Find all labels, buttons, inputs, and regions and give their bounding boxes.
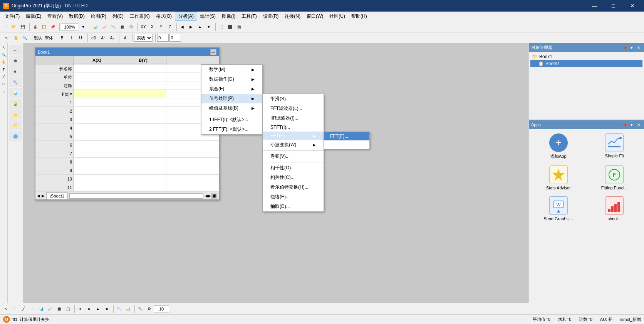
btb-3[interactable]: ╱ [19, 305, 28, 313]
menu-stats[interactable]: 统计(S) [197, 12, 219, 21]
maximize-button[interactable]: □ [605, 0, 622, 12]
lsb-btn-5[interactable]: 📊 [9, 88, 22, 98]
tb-graph1[interactable]: 📊 [91, 23, 100, 31]
btb-6[interactable]: 📈 [46, 305, 54, 313]
menu-help[interactable]: 帮助(H) [348, 12, 370, 21]
tb2-bold[interactable]: B [58, 34, 66, 42]
cell-a-9[interactable] [74, 166, 120, 174]
ltb-rect[interactable]: □ [0, 81, 7, 88]
menu-data[interactable]: 数据(D) [66, 12, 88, 21]
lsb-btn-4[interactable]: 🔧 [9, 77, 22, 87]
scroll-right[interactable]: ▶ [40, 194, 46, 198]
sm-decimate[interactable]: 抽取(D)... [263, 202, 324, 211]
line-width-input[interactable] [157, 34, 169, 42]
btb-8[interactable]: ⬚ [64, 305, 72, 313]
cell-b-comment[interactable] [120, 81, 166, 89]
tb-open[interactable]: 📂 [10, 23, 18, 31]
apps-close[interactable]: ✕ [636, 122, 642, 128]
lsb-btn-6[interactable]: 🔒 [9, 99, 22, 109]
sheet-col-a[interactable]: A(X) [74, 56, 120, 64]
tree-book1[interactable]: 📁 Book1 [530, 53, 642, 60]
ltb-zoom[interactable]: 🔍 [0, 51, 7, 58]
cell-b-11[interactable] [120, 183, 166, 191]
menu-image[interactable]: 图像(I) [219, 12, 238, 21]
ltb-text[interactable]: T [0, 66, 7, 73]
cell-a-2[interactable] [74, 107, 120, 115]
menu-community[interactable]: 社区(U) [326, 12, 348, 21]
sheet-col-b[interactable]: B(Y) [120, 56, 166, 64]
tb-arrow4[interactable]: ▼ [205, 23, 213, 31]
scroll-hbar-r[interactable]: ▶ [208, 194, 211, 198]
menu-ifft-recent[interactable]: 1 IFFT(I): <默认>... [201, 115, 262, 125]
cell-a-unit[interactable] [74, 73, 120, 81]
tb-graph2[interactable]: 📈 [100, 23, 109, 31]
lsb-btn-1[interactable]: ↔ [9, 45, 22, 55]
btb-graph1[interactable]: 📉 [115, 305, 123, 313]
tb2-italic[interactable]: I [67, 34, 75, 42]
sm-fft[interactable]: FFT(F) ▶ FFT(F)... IFFT(I)... [263, 132, 324, 140]
menu-connect[interactable]: 连接(N) [282, 12, 304, 21]
btb-5[interactable]: 📊 [37, 305, 45, 313]
cell-a-10[interactable] [74, 175, 120, 183]
btb-1[interactable]: ↖ [2, 305, 10, 313]
menu-edit[interactable]: 编辑(E) [23, 12, 44, 21]
tb-graph3[interactable]: 📉 [109, 23, 117, 31]
btb-2[interactable]: · [10, 305, 19, 313]
fft-ifft[interactable]: IFFT(I)... [324, 140, 369, 149]
menu-tools[interactable]: 工具(T) [238, 12, 260, 21]
ltb-line[interactable]: ╱ [0, 73, 7, 80]
cell-a-11[interactable] [74, 183, 120, 191]
cell-a-5[interactable] [74, 132, 120, 140]
cell-a-4[interactable] [74, 124, 120, 132]
zoom-input[interactable]: 100% [61, 24, 78, 30]
menu-worksheet[interactable]: 工作表(K) [127, 12, 153, 21]
cell-b-3[interactable] [120, 115, 166, 123]
cell-b-6[interactable] [120, 141, 166, 149]
menu-fft-recent[interactable]: 2 FFT(F): <默认>... [201, 125, 262, 134]
menu-plot[interactable]: 绘图(P) [88, 12, 109, 21]
menu-math[interactable]: 数学(M) ▶ [201, 65, 262, 74]
app-fitting[interactable]: F Fitting Funci... [588, 164, 641, 192]
sm-correlation[interactable]: 相关性(C)... [263, 173, 324, 182]
sm-smooth[interactable]: 平滑(S)... [263, 94, 324, 104]
line-value-input[interactable] [169, 34, 181, 42]
tb-arrow3[interactable]: ▲ [196, 23, 204, 31]
cell-b-2[interactable] [120, 107, 166, 115]
tb-y[interactable]: Y [157, 23, 165, 31]
cell-a-fx[interactable] [74, 90, 120, 98]
menu-window[interactable]: 窗口(W) [304, 12, 326, 21]
menu-fitting[interactable]: 拟合(F) ▶ [201, 84, 262, 94]
line-style-combo[interactable]: 实线 [134, 34, 153, 42]
panel-menu[interactable]: ▼ [629, 44, 635, 51]
apps-pin[interactable]: 📌 [622, 122, 628, 128]
cell-b-5[interactable] [120, 132, 166, 140]
lsb-btn-7[interactable]: ⭐ [9, 110, 22, 120]
menu-signal[interactable]: 信号处理(P) ▶ 平滑(S)... FFT滤波器(L)... IIR滤波器(I… [201, 94, 262, 103]
menu-dataops[interactable]: 数据操作(D) ▶ [201, 74, 262, 84]
btb-11[interactable]: ▲ [94, 305, 102, 313]
sm-fft-filter[interactable]: FFT滤波器(L)... [263, 104, 324, 113]
tb2-underline[interactable]: U [76, 34, 85, 42]
sm-coherence[interactable]: 相干性(O)... [263, 163, 324, 173]
tb-save[interactable]: 💾 [18, 23, 27, 31]
btb-12[interactable]: ★ [102, 305, 111, 313]
cell-a-1[interactable] [74, 98, 120, 106]
tb-graph4[interactable]: ▦ [118, 23, 126, 31]
sm-convolution[interactable]: 卷积(V)... [263, 152, 324, 161]
panel-close[interactable]: ✕ [636, 44, 642, 51]
tb-extra2[interactable]: ⬛ [226, 23, 234, 31]
btb-4[interactable]: → [28, 305, 37, 313]
sheet-minimize[interactable]: — [210, 49, 216, 55]
tb-extra1[interactable]: ⬚ [217, 23, 225, 31]
tb2-pan[interactable]: ✋ [12, 34, 20, 42]
tree-sheet1[interactable]: 📋 Sheet1 [530, 60, 642, 67]
close-button[interactable]: ✕ [624, 0, 641, 12]
cell-a-7[interactable] [74, 149, 120, 157]
cell-b-fx[interactable] [120, 90, 166, 98]
tb-copy[interactable]: 📋 [40, 23, 48, 31]
tb2-color[interactable]: A [121, 34, 129, 42]
menu-format[interactable]: 格式(O) [153, 12, 175, 21]
scroll-hbar[interactable]: ◀ [205, 194, 208, 198]
tb2-superscript[interactable]: A² [99, 34, 107, 42]
menu-column[interactable]: 列(C) [109, 12, 127, 21]
